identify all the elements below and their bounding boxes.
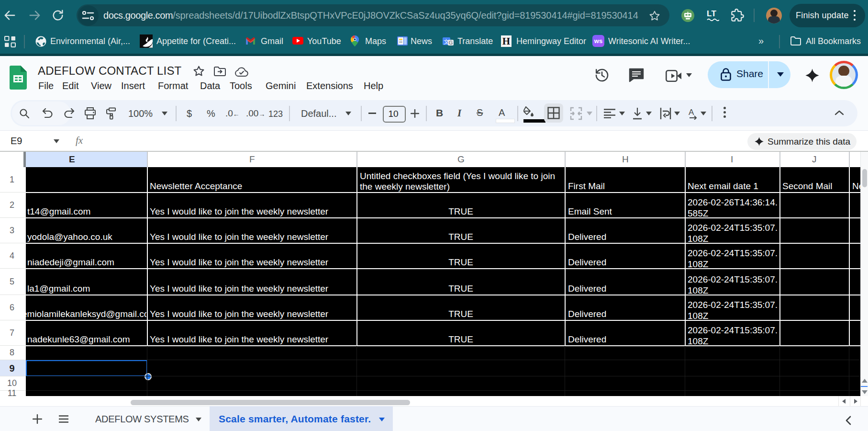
svg-text:G: G (449, 40, 453, 45)
svg-text:A: A (689, 108, 694, 117)
